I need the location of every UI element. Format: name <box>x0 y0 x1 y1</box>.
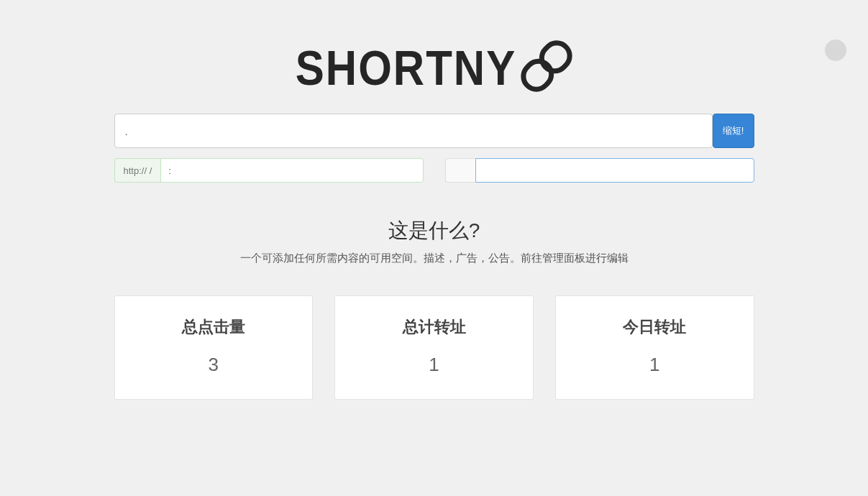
url-input-row: 缩短! <box>114 114 754 148</box>
custom-url-group: http:// / <box>114 158 424 183</box>
stat-label: 今日转址 <box>563 316 746 338</box>
right-option-input[interactable] <box>475 158 754 183</box>
stat-value: 1 <box>563 354 746 376</box>
stat-value: 3 <box>122 354 306 376</box>
stats-row: 总点击量 3 总计转址 1 今日转址 1 <box>114 295 754 400</box>
link-icon <box>521 35 572 101</box>
stat-card-total-clicks: 总点击量 3 <box>114 295 314 400</box>
logo-text: SHORTNY <box>296 39 516 96</box>
logo-area: SHORTNY <box>114 0 754 114</box>
avatar[interactable] <box>825 40 846 61</box>
shorten-button[interactable]: 缩短! <box>713 114 754 148</box>
custom-url-prefix: http:// / <box>114 158 161 183</box>
info-title: 这是什么? <box>114 217 754 244</box>
stat-value: 1 <box>342 354 526 376</box>
top-controls <box>825 40 846 61</box>
custom-url-input[interactable] <box>160 158 423 183</box>
url-input[interactable] <box>114 114 713 148</box>
info-section: 这是什么? 一个可添加任何所需内容的可用空间。描述，广告，公告。前往管理面板进行… <box>114 217 754 265</box>
stat-label: 总点击量 <box>122 316 306 338</box>
main-container: SHORTNY 缩短! http:// / <box>104 0 765 400</box>
options-row: http:// / <box>114 158 754 183</box>
right-addon <box>445 158 475 183</box>
stat-card-total-redirects: 总计转址 1 <box>334 295 534 400</box>
right-option-group <box>445 158 754 183</box>
svg-rect-0 <box>536 37 572 76</box>
stat-card-today-redirects: 今日转址 1 <box>555 295 754 400</box>
logo: SHORTNY <box>296 35 572 101</box>
info-description: 一个可添加任何所需内容的可用空间。描述，广告，公告。前往管理面板进行编辑 <box>114 252 754 265</box>
svg-rect-1 <box>521 56 557 95</box>
stat-label: 总计转址 <box>342 316 526 338</box>
